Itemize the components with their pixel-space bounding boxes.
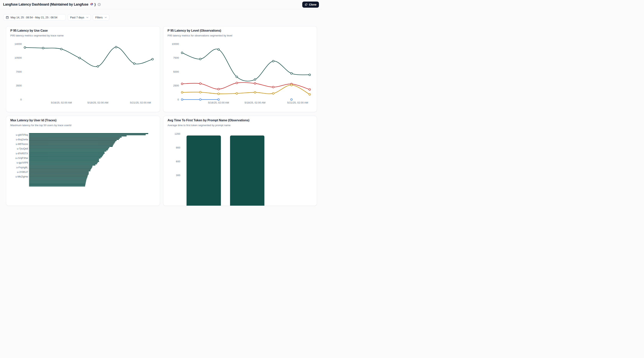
chart-subtitle: P95 latency metrics segmented by trace n…: [10, 34, 64, 37]
chart-card-p95-latency-by-use-case: P 95 Latency by Use Case P95 latency met…: [6, 26, 160, 112]
svg-text:14000: 14000: [14, 42, 22, 46]
svg-text:300: 300: [176, 174, 180, 177]
app-header: Langfuse Latency Dashboard (Maintained b…: [0, 0, 322, 9]
svg-text:5000: 5000: [173, 70, 179, 73]
calendar-icon: [6, 16, 9, 19]
chart-card-p95-latency-by-level: P 95 Latency by Level (Observations) P95…: [163, 26, 317, 112]
time-preset-dropdown[interactable]: Past 7 days: [68, 14, 91, 20]
svg-text:u-FrqAg8L: u-FrqAg8L: [16, 166, 28, 169]
date-range-picker[interactable]: May 14, 25 : 08:54 - May 21, 25 : 08:54: [3, 14, 66, 20]
svg-text:7500: 7500: [173, 56, 179, 59]
svg-text:10500: 10500: [14, 56, 22, 59]
svg-text:5/21/25, 02:00 AM: 5/21/25, 02:00 AM: [130, 101, 151, 104]
svg-text:5/16/25, 02:00 AM: 5/16/25, 02:00 AM: [208, 101, 229, 104]
svg-text:2500: 2500: [173, 84, 179, 87]
svg-text:5/18/25, 02:00 AM: 5/18/25, 02:00 AM: [244, 101, 266, 104]
svg-text:7000: 7000: [16, 70, 22, 73]
page-title-suffix: ): [94, 2, 96, 6]
svg-text:u-3Y8fUi7: u-3Y8fUi7: [17, 170, 28, 174]
filter-toolbar: May 14, 25 : 08:54 - May 21, 25 : 08:54 …: [3, 14, 109, 20]
svg-text:600: 600: [176, 160, 180, 163]
clone-button[interactable]: Clone: [302, 2, 319, 8]
chart-title: P 95 Latency by Level (Observations): [168, 29, 221, 32]
chart-subtitle: Average time to first token segmented by…: [168, 124, 230, 127]
date-range-value: May 14, 25 : 08:54 - May 21, 25 : 08:54: [10, 16, 57, 19]
page-title: Langfuse Latency Dashboard (Maintained b…: [3, 2, 96, 7]
svg-text:900: 900: [176, 146, 180, 149]
svg-text:u-M9Tosno: u-M9Tosno: [16, 142, 28, 146]
svg-text:0: 0: [20, 98, 22, 101]
chart-subtitle: Maximum latency for the top 50 users by …: [10, 124, 71, 127]
svg-text:u-gyzVIP9: u-gyzVIP9: [17, 161, 28, 164]
line-chart-p95-by-use-case: 03500700010500140005/16/25, 02:00 AM5/18…: [6, 26, 160, 112]
svg-text:1200: 1200: [174, 132, 180, 135]
chart-title: Avg Time To First Token by Prompt Name (…: [168, 119, 249, 122]
svg-text:u-TjruQe8: u-TjruQe8: [17, 147, 28, 150]
svg-text:u-gWTiFbq: u-gWTiFbq: [16, 134, 28, 136]
chevron-down-icon: [105, 17, 107, 18]
svg-text:3500: 3500: [16, 84, 22, 87]
filters-label: Filters: [95, 16, 102, 19]
chart-title: P 95 Latency by Use Case: [10, 29, 48, 32]
clone-button-label: Clone: [309, 3, 316, 6]
svg-text:u-8sq2w4a: u-8sq2w4a: [16, 138, 28, 141]
svg-text:u-zVqP3hw: u-zVqP3hw: [15, 156, 28, 160]
chevron-down-icon: [86, 17, 88, 18]
info-icon[interactable]: [98, 3, 100, 6]
svg-text:5/18/25, 02:00 AM: 5/18/25, 02:00 AM: [88, 101, 108, 104]
svg-text:u-MkZlgHw: u-MkZlgHw: [16, 175, 28, 178]
copy-icon: [305, 3, 308, 6]
svg-text:u-tFAR5TX: u-tFAR5TX: [16, 152, 28, 155]
langfuse-knot-logo-icon: [90, 2, 93, 7]
chart-card-max-latency-by-user: Max Latency by User Id (Traces) Maximum …: [6, 116, 160, 179]
chart-subtitle: P95 latency metrics for observations seg…: [168, 34, 232, 37]
svg-text:0: 0: [178, 98, 179, 101]
filters-dropdown[interactable]: Filters: [93, 14, 109, 20]
page-title-text: Langfuse Latency Dashboard (Maintained b…: [3, 2, 88, 6]
chart-title: Max Latency by User Id (Traces): [10, 119, 56, 122]
time-preset-label: Past 7 days: [70, 16, 84, 19]
svg-text:5/16/25, 02:00 AM: 5/16/25, 02:00 AM: [51, 101, 72, 104]
svg-text:10000: 10000: [172, 42, 179, 46]
chart-card-avg-ttft-by-prompt: Avg Time To First Token by Prompt Name (…: [163, 116, 317, 179]
line-chart-p95-by-level: 0250050007500100005/16/25, 02:00 AM5/18/…: [163, 26, 317, 112]
svg-text:5/21/25, 02:00 AM: 5/21/25, 02:00 AM: [287, 101, 308, 104]
